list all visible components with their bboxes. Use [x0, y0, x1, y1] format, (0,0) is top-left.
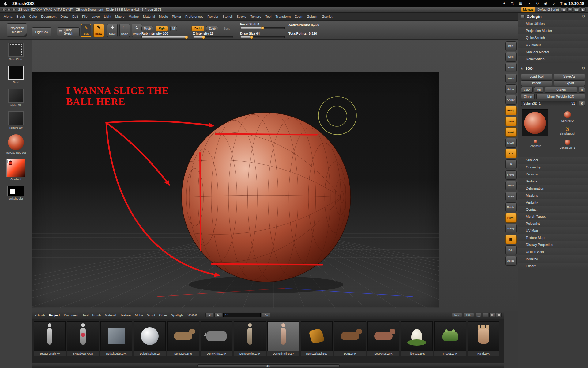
lightbox-thumbnail[interactable]: 8HeadFemale Rv — [34, 321, 66, 356]
import-button[interactable]: Import — [521, 80, 552, 86]
focal-shift-slider[interactable] — [240, 27, 285, 29]
rgb-intensity-slider[interactable] — [141, 36, 188, 38]
tool-subpalette[interactable]: Surface — [518, 178, 588, 185]
menubar-app-name[interactable]: ZBrushOSX — [12, 1, 35, 6]
zcut-button[interactable]: Zcut — [221, 26, 232, 31]
lightbox-thumbnail[interactable]: Dog1.ZPR — [334, 321, 366, 356]
lightbox-scrollbar[interactable]: ◀ ▶ — [32, 363, 504, 368]
new-button[interactable]: New — [452, 313, 462, 317]
view-large-icon[interactable]: ▦ — [496, 313, 502, 317]
mini-shelf-button[interactable]: Floor — [505, 117, 517, 126]
brush-icon[interactable]: ✎ — [567, 7, 573, 12]
zplugin-refresh-icon[interactable]: ↺ — [582, 14, 585, 19]
active-tool-thumbnail[interactable] — [522, 109, 548, 136]
draw-mode-button[interactable]: ✎Draw — [93, 24, 104, 37]
tool-refresh-icon[interactable]: ↺ — [582, 66, 585, 71]
mini-shelf-button[interactable]: ↻ — [505, 159, 517, 169]
projection-master-button[interactable]: Projection Master — [7, 23, 27, 37]
menu-item[interactable]: Render — [207, 15, 218, 18]
menu-item[interactable]: Zscript — [322, 15, 332, 18]
tool-name-slider[interactable]: Sphere3D_1. 31 — [521, 101, 577, 106]
mini-shelf-button[interactable]: Solo — [505, 245, 517, 255]
volume-icon[interactable]: ♪ — [552, 1, 556, 6]
left-tray-swatch[interactable] — [8, 89, 24, 103]
lightbox-thumbnail[interactable]: DefaultCube.ZPR — [100, 321, 132, 356]
left-tray-swatch[interactable] — [6, 159, 25, 177]
lightbox-tab[interactable]: Other — [159, 313, 167, 317]
mini-shelf-button[interactable]: AAHalf — [505, 95, 517, 105]
lightbox-thumbnail[interactable]: Frog01.ZPR — [434, 321, 466, 356]
tool-item-simplebrush[interactable]: SSimpleBrush — [551, 125, 584, 136]
mini-shelf-button[interactable]: SPix — [505, 52, 517, 62]
lightbox-tab[interactable]: WWW — [188, 313, 197, 317]
menu-item[interactable]: Macro — [115, 15, 125, 18]
goz-button[interactable]: GoZ — [521, 87, 533, 93]
menus-toggle-button[interactable]: Menus — [521, 7, 535, 12]
tool-subpalette[interactable]: Geometry — [518, 164, 588, 171]
draw-size-slider[interactable] — [240, 36, 285, 38]
scrollbar-arrows[interactable]: ◀ ▶ — [266, 364, 270, 367]
scale-mode-button[interactable]: ▢Scale — [119, 24, 130, 37]
tool-item-sphere3d-1[interactable]: Sphere3D_1 — [551, 140, 584, 150]
updown-arrows-icon[interactable]: ⇅ — [511, 1, 514, 6]
hide-button[interactable]: Hide — [464, 313, 474, 317]
save-as-button[interactable]: Save As — [554, 74, 585, 79]
load-tool-button[interactable]: Load Tool — [521, 74, 552, 79]
zplugin-palette-header[interactable]: Zplugin ↺ — [518, 12, 588, 20]
tool-palette-header[interactable]: ∧ Tool ↺ — [518, 64, 588, 72]
left-tray-item[interactable]: MatCap Red Wa — [0, 134, 32, 155]
display-icon[interactable]: ▦ — [519, 1, 523, 6]
menu-item[interactable]: Document — [41, 15, 56, 18]
rgb-button[interactable]: Rgb — [156, 26, 168, 31]
lightbox-tab[interactable]: Material — [105, 313, 116, 317]
tool-subpalette[interactable]: Visibility — [518, 199, 588, 206]
lightbox-tab[interactable]: Project — [49, 313, 60, 317]
menu-item[interactable]: Transform — [275, 15, 291, 18]
menu-item[interactable]: Zoom — [295, 15, 303, 18]
menu-item[interactable]: Texture — [250, 15, 261, 18]
tool-subpalette[interactable]: Polypaint — [518, 220, 588, 227]
mini-shelf-button[interactable]: PolyF — [505, 213, 517, 223]
rotate-mode-button[interactable]: ↻Rotate — [132, 24, 142, 37]
menu-item[interactable]: Marker — [129, 15, 139, 18]
view-list-icon[interactable]: ☰ — [483, 313, 488, 317]
time-machine-icon[interactable]: ◉ — [544, 1, 548, 6]
tool-item-sphere3d[interactable]: Sphere3D — [551, 111, 584, 123]
lightbox-tab[interactable]: Script — [147, 313, 155, 317]
tool-subpalette[interactable]: UV Map — [518, 227, 588, 234]
apple-menu-icon[interactable] — [4, 1, 8, 6]
menu-item[interactable]: Stencil — [222, 15, 232, 18]
tool-subpalette[interactable]: Unified Skin — [518, 248, 588, 255]
tool-subpalette[interactable]: Export — [518, 263, 588, 270]
left-tray-swatch[interactable] — [8, 134, 24, 150]
lightbox-thumbnail[interactable]: DemoTimeline.ZP — [267, 321, 299, 356]
divider-window-icon[interactable]: ◧ — [580, 7, 586, 12]
menu-item[interactable]: Stroke — [236, 15, 246, 18]
lightbox-tab[interactable]: ZBrush — [35, 313, 45, 317]
mini-shelf-button[interactable]: Frame — [505, 170, 517, 180]
left-tray-swatch[interactable] — [8, 111, 24, 125]
bluetooth-icon[interactable]: ◗ — [527, 1, 531, 6]
lightbox-thumbnail[interactable]: 8HeadMan Rvan — [67, 321, 99, 356]
lightbox-tab[interactable]: Texture — [120, 313, 130, 317]
mini-shelf-button[interactable]: Xpose — [505, 256, 517, 266]
sphere-model[interactable] — [182, 113, 351, 282]
menu-item[interactable]: Color — [29, 15, 37, 18]
zplugin-subpalette[interactable]: Projection Master — [518, 27, 588, 34]
tool-subpalette[interactable]: Morph Target — [518, 213, 588, 220]
filename-filter-input[interactable] — [223, 313, 261, 317]
sync-icon[interactable]: ↻ — [536, 1, 539, 6]
tool-item-zsphere[interactable]: ZSphere — [519, 140, 552, 148]
lightbox-thumbnail[interactable]: DefaultSphere.ZI — [134, 321, 166, 356]
make-polymesh3d-button[interactable]: Make PolyMesh3D — [536, 94, 585, 99]
collapse-chevron-icon[interactable]: ∧ — [521, 66, 523, 70]
left-tray-item[interactable]: SwitchColor — [0, 186, 32, 201]
tool-subpalette[interactable]: Deformation — [518, 185, 588, 192]
mini-shelf-button[interactable]: Move — [505, 181, 517, 190]
menu-item[interactable]: Layer — [92, 15, 100, 18]
z-intensity-slider[interactable] — [193, 36, 233, 38]
tool-r-button[interactable]: R — [579, 101, 585, 106]
clone-button[interactable]: Clone — [521, 94, 535, 99]
left-tray-item[interactable]: Texture Off — [0, 111, 32, 130]
zplugin-subpalette[interactable]: UV Master — [518, 41, 588, 48]
